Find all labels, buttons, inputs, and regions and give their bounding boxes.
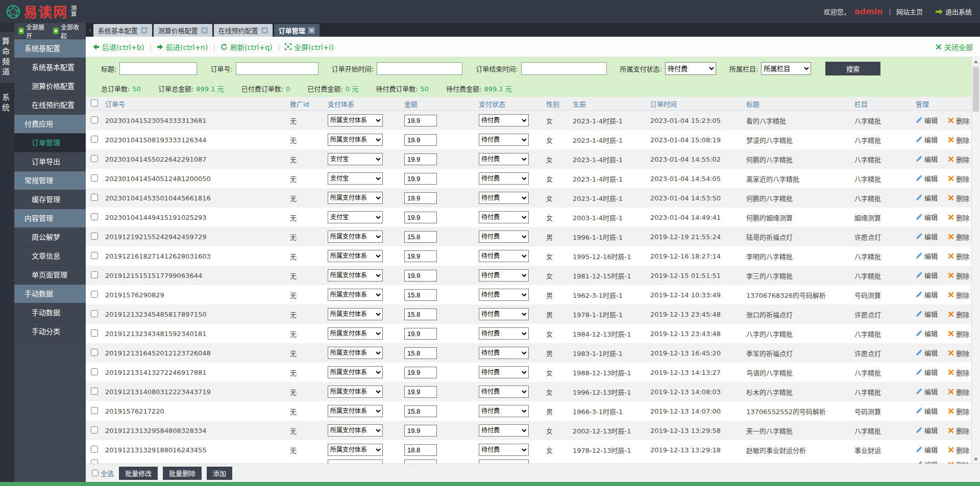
sidebar-item[interactable]: 系统基本配置 bbox=[14, 58, 86, 77]
sidebar-item[interactable]: 手动分类 bbox=[14, 322, 86, 341]
pay-status-select[interactable]: 待付费 bbox=[479, 231, 529, 243]
amount-input[interactable] bbox=[404, 328, 437, 340]
pay-system-select[interactable] bbox=[328, 459, 383, 464]
add-button[interactable]: 添加 bbox=[207, 467, 232, 480]
row-checkbox[interactable] bbox=[91, 252, 98, 259]
edit-button[interactable]: 编辑 bbox=[916, 387, 938, 396]
row-checkbox[interactable] bbox=[91, 233, 98, 240]
pay-system-select[interactable]: 支付宝 bbox=[328, 172, 383, 185]
title-filter-input[interactable] bbox=[119, 62, 197, 75]
logout-link[interactable]: 退出系统 bbox=[935, 7, 972, 16]
row-checkbox[interactable] bbox=[91, 446, 98, 453]
pay-status-select[interactable]: 待付费 bbox=[479, 366, 529, 378]
scrollbar-thumb[interactable] bbox=[973, 67, 979, 112]
pay-system-select[interactable]: 支付宝 bbox=[328, 211, 383, 223]
edit-button[interactable]: 编辑 bbox=[916, 193, 938, 202]
edit-button[interactable]: 编辑 bbox=[916, 154, 938, 164]
forward-button[interactable]: 前进(ctrl+n) bbox=[157, 42, 208, 52]
row-checkbox[interactable] bbox=[91, 459, 98, 464]
sidebar-item[interactable]: 手动数据 bbox=[14, 303, 86, 322]
amount-input[interactable] bbox=[404, 134, 437, 146]
pay-status-select[interactable]: 待付费 bbox=[479, 211, 529, 223]
back-button[interactable]: 后退(ctrl+b) bbox=[93, 42, 144, 52]
edit-button[interactable]: 编辑 bbox=[916, 290, 938, 299]
amount-input[interactable] bbox=[404, 386, 437, 398]
edit-button[interactable]: 编辑 bbox=[916, 367, 938, 377]
edit-button[interactable]: 编辑 bbox=[916, 232, 938, 241]
row-checkbox[interactable] bbox=[91, 136, 98, 143]
edit-button[interactable]: 编辑 bbox=[916, 459, 938, 464]
pay-system-select[interactable]: 所属支付体系 bbox=[328, 134, 383, 146]
pay-system-select[interactable]: 所属支付体系 bbox=[328, 250, 383, 262]
sidebar-item[interactable]: 在线预约配置 bbox=[14, 96, 86, 115]
row-checkbox[interactable] bbox=[91, 174, 98, 182]
edit-button[interactable]: 编辑 bbox=[916, 309, 938, 319]
delete-button[interactable]: 删除 bbox=[948, 368, 969, 377]
fullscreen-button[interactable]: 全屏(ctrl+i) bbox=[285, 42, 333, 52]
amount-input[interactable] bbox=[404, 231, 437, 243]
pay-system-select[interactable]: 所属支付体系 bbox=[328, 366, 383, 378]
pay-status-select[interactable]: 待付费 bbox=[479, 405, 529, 417]
pay-status-select[interactable]: 待付费 bbox=[479, 308, 529, 320]
sidebar-group-header[interactable]: 付费应用 bbox=[14, 115, 86, 134]
pay-system-select[interactable]: 所属支付体系 bbox=[328, 114, 383, 126]
end-time-filter-input[interactable] bbox=[521, 62, 607, 75]
delete-button[interactable]: 删除 bbox=[948, 310, 969, 319]
edit-button[interactable]: 编辑 bbox=[916, 115, 938, 125]
pay-status-select[interactable]: 待付费 bbox=[479, 134, 529, 146]
rail-item[interactable]: 算命频道 bbox=[0, 32, 14, 83]
tab-scroll-left-icon[interactable]: ‹ bbox=[87, 27, 93, 34]
pay-system-select[interactable]: 所属支付体系 bbox=[328, 405, 383, 417]
delete-button[interactable]: 删除 bbox=[948, 329, 969, 339]
sidebar-group-header[interactable]: 系统基配置 bbox=[14, 39, 86, 58]
pay-system-select[interactable]: 所属支付体系 bbox=[328, 444, 383, 456]
row-checkbox[interactable] bbox=[91, 368, 98, 375]
pay-status-select[interactable] bbox=[479, 459, 529, 464]
delete-button[interactable]: 删除 bbox=[948, 290, 969, 300]
sidebar-item[interactable]: 订单导出 bbox=[14, 152, 86, 171]
delete-button[interactable]: 删除 bbox=[948, 426, 969, 436]
tab[interactable]: 测算价格配置× bbox=[154, 24, 212, 37]
pay-system-select[interactable]: 所属支付体系 bbox=[328, 424, 383, 437]
edit-button[interactable]: 编辑 bbox=[916, 348, 938, 357]
amount-input[interactable] bbox=[404, 459, 437, 464]
rail-item[interactable]: 系统 bbox=[0, 88, 14, 119]
pay-system-select[interactable]: 所属支付体系 bbox=[328, 308, 383, 320]
sidebar-item[interactable]: 周公解梦 bbox=[14, 228, 86, 247]
amount-input[interactable] bbox=[404, 289, 437, 301]
delete-button[interactable]: 删除 bbox=[948, 460, 969, 464]
expand-all-button[interactable]: 全部展开 bbox=[18, 22, 47, 40]
home-link[interactable]: 网站主页 bbox=[896, 7, 923, 16]
amount-input[interactable] bbox=[404, 154, 437, 165]
pay-status-select[interactable]: 待付费 bbox=[479, 424, 529, 437]
row-checkbox[interactable] bbox=[91, 426, 98, 433]
scroll-up-icon[interactable] bbox=[972, 57, 980, 66]
tab[interactable]: 订单管理× bbox=[274, 24, 320, 37]
edit-button[interactable]: 编辑 bbox=[916, 173, 938, 183]
amount-input[interactable] bbox=[404, 192, 437, 204]
order-no-filter-input[interactable] bbox=[236, 62, 318, 75]
pay-status-select[interactable]: 待付费 bbox=[479, 114, 529, 126]
pay-status-select[interactable]: 待付费 bbox=[479, 289, 529, 301]
pay-system-select[interactable]: 所属支付体系 bbox=[328, 386, 383, 398]
amount-input[interactable] bbox=[404, 115, 437, 126]
amount-input[interactable] bbox=[404, 173, 437, 185]
vertical-scrollbar[interactable] bbox=[971, 57, 980, 464]
amount-input[interactable] bbox=[404, 425, 437, 437]
pay-status-select[interactable]: 待付费 bbox=[479, 250, 529, 262]
delete-button[interactable]: 删除 bbox=[948, 155, 969, 164]
edit-button[interactable]: 编辑 bbox=[916, 425, 938, 435]
delete-button[interactable]: 删除 bbox=[948, 348, 969, 358]
close-all-tabs-button[interactable]: 关闭全部 bbox=[936, 42, 973, 52]
pay-status-select[interactable]: 待付费 bbox=[479, 347, 529, 359]
row-checkbox[interactable] bbox=[91, 155, 98, 162]
amount-input[interactable] bbox=[404, 405, 437, 417]
pay-system-select[interactable]: 所属支付体系 bbox=[328, 231, 383, 243]
delete-button[interactable]: 删除 bbox=[948, 251, 969, 261]
row-checkbox[interactable] bbox=[91, 271, 98, 278]
select-all-checkbox[interactable] bbox=[92, 470, 99, 476]
amount-input[interactable] bbox=[404, 444, 437, 456]
tab-close-icon[interactable]: × bbox=[308, 27, 315, 34]
delete-button[interactable]: 删除 bbox=[948, 387, 969, 397]
pay-system-select[interactable]: 支付宝 bbox=[328, 153, 383, 165]
